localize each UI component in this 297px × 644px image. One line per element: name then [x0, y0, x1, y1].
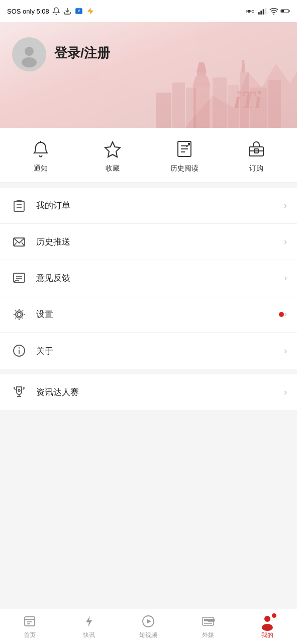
arrow-about: ›	[284, 346, 287, 356]
about-label: 关于	[36, 345, 284, 357]
bottom-spacer	[0, 410, 297, 455]
trophy-icon	[10, 383, 28, 401]
mine-badge-dot	[272, 613, 276, 618]
menu-item-feedback[interactable]: 意见反馈 ›	[0, 260, 297, 296]
section-divider-2	[0, 369, 297, 374]
svg-marker-3	[87, 8, 93, 14]
info-icon	[10, 342, 28, 360]
gear-icon	[10, 305, 28, 324]
svg-rect-20	[213, 77, 227, 128]
clipboard-icon	[10, 197, 28, 215]
svg-rect-17	[197, 72, 206, 76]
mail-icon	[10, 233, 28, 251]
quick-action-notice[interactable]: 通知	[21, 139, 61, 173]
svg-line-44	[22, 243, 25, 246]
status-left: SOS only 5:08 V	[7, 7, 94, 15]
signal-icon	[258, 8, 267, 15]
svg-point-28	[22, 57, 37, 67]
collect-label: 收藏	[106, 164, 120, 173]
nav-home[interactable]: 首页	[10, 611, 50, 642]
settings-label: 设置	[36, 308, 275, 320]
svg-text:NFC: NFC	[246, 9, 254, 14]
nav-mine[interactable]: 我的	[247, 611, 287, 642]
arrow-history-push: ›	[284, 236, 287, 247]
svg-marker-30	[105, 142, 120, 157]
notice-icon	[31, 139, 51, 159]
home-news-icon	[23, 614, 37, 628]
nav-flash-label: 快讯	[83, 631, 95, 639]
svg-point-27	[25, 47, 34, 56]
nav-video[interactable]: 短视频	[128, 611, 168, 642]
svg-point-68	[264, 616, 270, 622]
svg-rect-5	[258, 12, 260, 15]
svg-point-50	[16, 311, 23, 318]
svg-rect-24	[250, 88, 267, 128]
svg-rect-22	[240, 72, 249, 128]
wifi-icon	[269, 8, 278, 15]
order-icon	[246, 139, 266, 159]
nav-media-label: 外媒	[202, 631, 214, 639]
quick-action-history[interactable]: 历史阅读	[164, 139, 205, 173]
menu-item-settings[interactable]: 设置 ›	[0, 296, 297, 333]
svg-point-9	[273, 14, 274, 15]
nav-flash[interactable]: 快讯	[69, 611, 109, 642]
notice-label: 通知	[34, 164, 48, 173]
quick-action-order[interactable]: 订购	[236, 139, 276, 173]
menu-list-1: 我的订单 › 历史推送 › 意见反馈 ›	[0, 188, 297, 369]
settings-badge	[279, 312, 284, 317]
battery-low-icon	[281, 8, 290, 14]
avatar[interactable]	[12, 37, 46, 71]
bolt-status-icon	[86, 7, 94, 15]
section-divider-1	[0, 183, 297, 188]
history-label: 历史阅读	[170, 164, 199, 173]
svg-rect-14	[172, 83, 185, 128]
status-bar: SOS only 5:08 V NFC	[0, 0, 297, 22]
contest-label: 资讯达人赛	[36, 386, 284, 398]
quick-action-collect[interactable]: 收藏	[92, 139, 133, 173]
menu-item-contest[interactable]: 资讯达人赛 ›	[0, 374, 297, 410]
arrow-contest: ›	[284, 387, 287, 397]
download-status-icon	[63, 7, 71, 15]
svg-rect-19	[193, 87, 210, 128]
new-badge-icon: NEW	[201, 614, 215, 628]
bell-status-icon	[52, 7, 60, 15]
menu-list-2: 资讯达人赛 ›	[0, 374, 297, 410]
nav-mine-label: 我的	[261, 631, 273, 639]
svg-point-56	[18, 389, 20, 391]
menu-item-history-push[interactable]: 历史推送 ›	[0, 224, 297, 260]
menu-item-about[interactable]: 关于 ›	[0, 333, 297, 369]
nfc-icon: NFC	[246, 8, 255, 15]
svg-marker-18	[192, 76, 211, 87]
status-right: NFC	[246, 8, 290, 15]
person-icon	[260, 614, 274, 628]
login-register-text[interactable]: 登录/注册	[54, 37, 110, 62]
bottom-nav: 首页 快讯 短视频 NEW 外媒	[0, 609, 297, 644]
svg-point-49	[17, 312, 21, 316]
svg-marker-61	[86, 616, 92, 627]
arrow-settings: ›	[284, 309, 287, 319]
nav-media[interactable]: NEW 外媒	[188, 611, 228, 642]
order-label: 订购	[249, 164, 263, 173]
my-order-label: 我的订单	[36, 200, 284, 211]
nav-video-label: 短视频	[139, 631, 157, 639]
svg-rect-65	[204, 619, 208, 621]
city-silhouette: iTi	[156, 52, 287, 128]
svg-rect-8	[265, 8, 266, 15]
svg-rect-6	[260, 11, 262, 15]
history-push-label: 历史推送	[36, 236, 284, 248]
nav-home-label: 首页	[24, 631, 36, 639]
menu-item-my-order[interactable]: 我的订单 ›	[0, 188, 297, 224]
svg-rect-11	[288, 10, 289, 12]
shield-status-icon: V	[74, 7, 83, 15]
feedback-icon	[10, 269, 28, 287]
arrow-feedback: ›	[284, 273, 287, 283]
svg-rect-25	[268, 80, 281, 128]
svg-text:iTi: iTi	[234, 86, 262, 113]
profile-header[interactable]: iTi 登录/注册	[0, 22, 297, 128]
svg-marker-16	[196, 62, 207, 72]
svg-rect-39	[14, 201, 24, 211]
arrow-my-order: ›	[284, 200, 287, 211]
svg-rect-13	[156, 93, 171, 128]
status-text: SOS only 5:08	[7, 8, 49, 15]
svg-point-69	[262, 624, 273, 631]
